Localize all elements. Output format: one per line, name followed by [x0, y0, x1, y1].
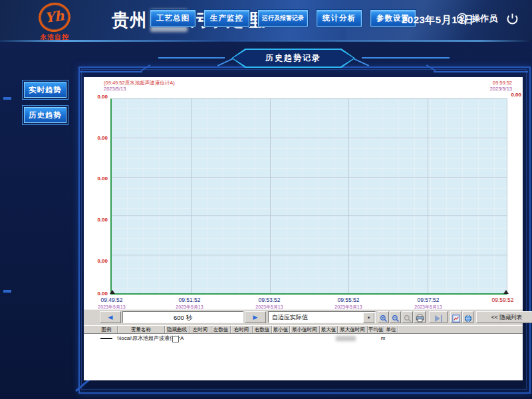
row-variable-name: \\local\原水池超声波液位计A [117, 334, 164, 343]
logo-monogram-icon: Yh [37, 1, 72, 34]
company-logo: Yh 永浩自控 [27, 3, 82, 42]
row-average [360, 334, 376, 343]
nav-production-monitor-button[interactable]: 生产监控 [204, 10, 249, 27]
nav-run-alarm-record-button[interactable]: 运行及报警记录 [258, 10, 308, 27]
logo-company-name: 永浩自控 [27, 33, 82, 42]
row-unit: m [376, 334, 390, 343]
grid-v [428, 99, 428, 293]
operator-menu[interactable]: 操作员 [456, 13, 497, 25]
frame-step-right [434, 71, 528, 72]
hide-list-button[interactable]: << 隐藏列表 [476, 311, 532, 323]
play-icon [434, 315, 443, 323]
report-button[interactable] [450, 311, 462, 323]
sidebar-history-trend-button[interactable]: 历史趋势 [22, 105, 68, 125]
trend-plot-area[interactable] [110, 98, 507, 295]
sidebar-realtime-trend-button[interactable]: 实时趋势 [22, 80, 68, 100]
badge-wing-left [158, 57, 225, 59]
zoom-in-button[interactable] [378, 311, 389, 323]
main-nav: 工艺总图 生产监控 运行及报警记录 统计分析 参数设置 [150, 10, 416, 27]
edge-tick-top [3, 97, 11, 100]
row-left-value [209, 334, 227, 343]
col-average: 平均值 [368, 326, 384, 333]
trend-cursor-left-date: 2023/5/13 [104, 86, 175, 92]
nav-process-overview-button[interactable]: 工艺总图 [150, 10, 196, 27]
trend-cursor-right-handle[interactable] [503, 290, 509, 294]
operator-icon [456, 13, 468, 25]
y-tick-0: 0.00 [90, 94, 108, 100]
x-tick-3: 09:55:52 2023年5月13 [325, 297, 372, 311]
col-right-value: 右数值 [253, 326, 272, 333]
zoom-reset-button-disabled[interactable] [402, 311, 413, 323]
col-min-time: 最小值时间 [290, 326, 320, 333]
grid-h [112, 177, 507, 178]
page-title: 历史趋势记录 [231, 49, 355, 68]
col-hide-curve: 隐藏曲线 [165, 326, 190, 333]
grid-h [112, 255, 507, 255]
row-redacted-blur [336, 336, 356, 341]
grid-h [112, 138, 507, 138]
col-right-time: 右时间 [231, 326, 253, 333]
power-icon [505, 12, 519, 26]
time-span-field[interactable]: 600 秒 [122, 311, 243, 323]
y-tick-4: 0.00 [90, 258, 108, 264]
zoom-out-button[interactable] [390, 311, 401, 323]
plant-title-prefix: 贵州 [112, 9, 148, 32]
nav-statistics-button[interactable]: 统计分析 [317, 10, 362, 27]
operator-label: 操作员 [471, 13, 497, 25]
frame-step-left [80, 71, 142, 72]
printer-icon [416, 315, 424, 323]
grid-v [270, 99, 271, 293]
right-axis-top-label: 0.00 [511, 92, 521, 98]
edge-tick-bottom [3, 290, 11, 293]
row-min-time [285, 334, 314, 343]
pan-left-button[interactable]: ◀ [100, 311, 121, 323]
badge-wing-right [362, 57, 450, 59]
trend-cursor-right-time: 09:59:52 [490, 80, 512, 86]
row-max [314, 334, 331, 343]
zoom-in-icon [380, 315, 388, 323]
row-hide-curve-cell [164, 334, 188, 343]
col-min: 最小值 [272, 326, 290, 333]
grid-v [191, 99, 192, 293]
trend-table-row[interactable]: \\local\原水池超声波液位计A m [84, 334, 523, 343]
grid-h [112, 215, 507, 216]
row-max-time [331, 334, 360, 343]
zoom-out-icon [392, 315, 400, 323]
sidebar-realtime-trend-label: 实时趋势 [24, 82, 66, 98]
trend-cursor-right-info: 09:59:52 2023/5/13 [490, 80, 512, 92]
settings-button[interactable] [462, 311, 473, 323]
trend-cursor-left-time: (09:49:52原水池超声波液位计A) [104, 80, 175, 86]
x-tick-1: 09:51:52 2023年5月13 [166, 297, 213, 311]
trend-panel: (09:49:52原水池超声波液位计A) 2023/5/13 09:59:52 … [84, 77, 523, 380]
row-min [267, 334, 285, 343]
row-left-time [188, 334, 209, 343]
col-left-time: 左时间 [190, 326, 211, 333]
trend-cursor-right-date: 2023/5/13 [490, 86, 512, 92]
x-tick-4: 09:57:52 2023年5月13 [405, 297, 452, 311]
scale-mode-select[interactable]: 自适应实际值 ▼ [268, 311, 376, 323]
y-tick-1: 0.00 [90, 135, 108, 141]
col-unit: 单位 [384, 326, 398, 333]
col-left-value: 左数值 [211, 326, 231, 333]
y-tick-2: 0.00 [90, 176, 108, 182]
hide-curve-checkbox[interactable] [172, 336, 179, 342]
zoom-reset-icon [404, 315, 412, 323]
power-button[interactable] [505, 12, 521, 28]
print-button[interactable] [414, 311, 426, 323]
trend-cursor-left-handle[interactable] [110, 290, 115, 294]
row-right-value [249, 334, 267, 343]
play-pause-button-disabled[interactable] [429, 311, 448, 323]
trend-table-header: 图例 变量名称 隐藏曲线 左时间 左数值 右时间 右数值 最小值 最小值时间 最… [84, 325, 523, 334]
x-tick-5: 09:59:52 [479, 297, 526, 304]
row-legend-cell [96, 334, 117, 343]
x-tick-2: 09:53:52 2023年5月13 [246, 297, 293, 311]
row-right-time [227, 334, 249, 343]
scale-mode-value: 自适应实际值 [272, 314, 308, 321]
chevron-down-icon[interactable]: ▼ [363, 313, 374, 323]
y-tick-5: 0.00 [90, 291, 108, 297]
col-max: 最大值 [320, 326, 338, 333]
globe-gear-icon [464, 315, 472, 323]
trend-cursor-left-info: (09:49:52原水池超声波液位计A) 2023/5/13 [104, 80, 175, 92]
pan-right-button[interactable]: ▶ [245, 311, 266, 323]
x-tick-0: 09:49:52 2023年5月13 [88, 297, 135, 311]
